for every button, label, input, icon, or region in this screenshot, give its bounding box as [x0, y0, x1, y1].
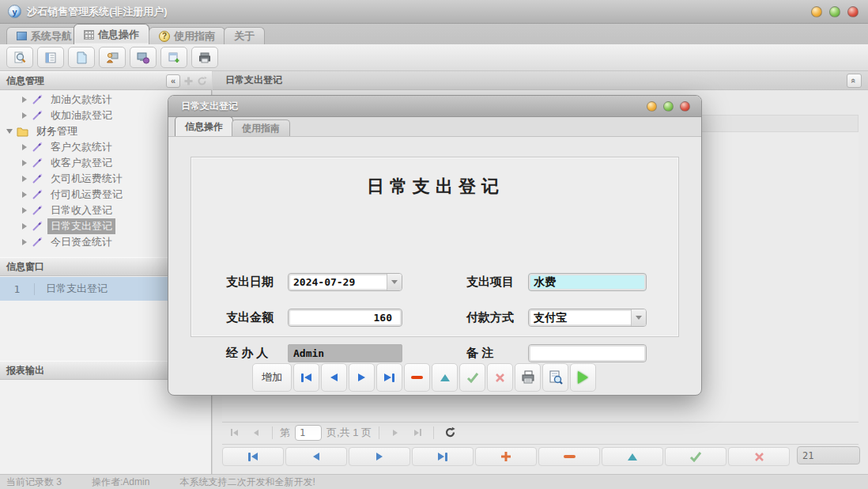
tab-system-nav[interactable]: 系统导航	[6, 27, 82, 44]
dialog-title-bar[interactable]: 日常支出登记	[168, 96, 701, 117]
panel-header-info-management[interactable]: 信息管理 «	[0, 71, 212, 90]
expand-arrow-icon[interactable]	[22, 207, 27, 214]
form-button[interactable]	[37, 47, 64, 68]
status-message: 本系统支持二次开发和全新开发!	[179, 476, 315, 489]
tab-about[interactable]: 关于	[224, 27, 265, 44]
search-button[interactable]	[6, 47, 33, 68]
confirm-button[interactable]	[459, 363, 485, 392]
dialog-tab-strip: 信息操作 使用指南	[168, 117, 701, 137]
record-next-button[interactable]	[349, 447, 410, 466]
expand-arrow-icon[interactable]	[22, 144, 27, 150]
document-tab[interactable]: 日常支出登记	[225, 74, 282, 87]
handler-label: 经 办 人	[226, 346, 288, 361]
collapse-arrow-icon[interactable]	[6, 129, 13, 134]
wand-icon	[31, 110, 43, 121]
tab-user-guide[interactable]: ? 使用指南	[149, 27, 225, 44]
wand-icon	[31, 189, 43, 200]
page-size-dropdown[interactable]	[797, 446, 860, 464]
dialog-maximize-button[interactable]	[663, 101, 674, 112]
dialog-close-button[interactable]	[680, 101, 690, 112]
last-record-button[interactable]	[376, 363, 402, 392]
edit-record-button[interactable]	[432, 363, 458, 392]
x-icon	[754, 452, 764, 462]
wand-icon	[31, 94, 43, 105]
record-delete-button[interactable]	[538, 447, 600, 466]
payment-method-label: 付款方式	[466, 310, 528, 325]
wand-icon	[31, 221, 43, 232]
record-first-button[interactable]	[222, 447, 284, 466]
record-cancel-button[interactable]	[728, 447, 790, 466]
dialog-tab-user-guide[interactable]: 使用指南	[232, 119, 290, 136]
monitor-globe-icon	[136, 51, 150, 65]
main-toolbar	[0, 44, 868, 71]
delete-record-button[interactable]	[404, 363, 430, 392]
print-button[interactable]	[515, 363, 541, 392]
page-refresh-button[interactable]	[441, 425, 459, 441]
document-icon	[74, 51, 89, 65]
add-record-button[interactable]: 增加	[252, 363, 292, 392]
expand-arrow-icon[interactable]	[22, 239, 27, 245]
tab-info-operation[interactable]: 信息操作	[74, 24, 149, 44]
check-icon	[689, 451, 702, 462]
record-count-label: 当前记录数 3	[6, 476, 62, 489]
printer-icon	[520, 370, 536, 385]
remark-field[interactable]	[528, 344, 647, 362]
page-number-input[interactable]	[295, 425, 322, 441]
page-size-value[interactable]	[798, 447, 860, 464]
dropdown-arrow-icon[interactable]	[631, 309, 646, 326]
page-prev-button[interactable]	[247, 425, 265, 441]
close-button[interactable]	[847, 6, 859, 17]
expand-arrow-icon[interactable]	[22, 160, 27, 166]
prev-record-button[interactable]	[321, 363, 347, 392]
execute-button[interactable]	[570, 363, 596, 392]
refresh-icon	[444, 426, 456, 438]
expense-amount-field[interactable]	[288, 309, 402, 327]
dropdown-arrow-icon[interactable]	[387, 274, 402, 290]
first-record-button[interactable]	[293, 363, 319, 392]
record-last-button[interactable]	[412, 447, 474, 466]
wand-icon	[31, 237, 43, 248]
dialog-window-controls	[647, 101, 690, 112]
preview-button[interactable]	[542, 363, 568, 392]
new-window-button[interactable]	[160, 47, 187, 68]
expand-arrow-icon[interactable]	[22, 112, 27, 119]
expense-item-field[interactable]	[528, 273, 647, 291]
page-first-button[interactable]	[225, 425, 243, 441]
remark-label: 备 注	[466, 346, 528, 361]
cancel-button[interactable]	[487, 363, 513, 392]
expand-arrow-icon[interactable]	[22, 191, 27, 198]
dialog-minimize-button[interactable]	[647, 101, 657, 112]
form-heading: 日常支出登记	[191, 175, 680, 199]
user-button[interactable]	[99, 47, 126, 68]
form-icon	[43, 51, 58, 65]
panel-collapse-button[interactable]: «	[847, 74, 862, 88]
folder-icon	[17, 127, 29, 137]
payment-method-dropdown[interactable]	[528, 309, 647, 327]
row-label[interactable]: 日常支出登记	[35, 282, 108, 296]
expand-arrow-icon[interactable]	[22, 97, 27, 103]
search-icon	[13, 51, 27, 65]
handler-field	[288, 344, 402, 362]
record-confirm-button[interactable]	[665, 447, 726, 466]
record-prev-button[interactable]	[285, 447, 347, 466]
record-add-button[interactable]	[475, 447, 537, 466]
minus-icon	[564, 455, 576, 458]
minimize-button[interactable]	[811, 6, 822, 17]
expand-arrow-icon[interactable]	[22, 223, 27, 229]
wand-icon	[31, 205, 43, 216]
record-edit-button[interactable]	[602, 447, 663, 466]
document-button[interactable]	[68, 47, 95, 68]
page-last-button[interactable]	[409, 425, 426, 441]
printer-icon	[198, 51, 212, 65]
sidebar-collapse-button[interactable]: «	[166, 74, 180, 88]
next-record-button[interactable]	[349, 363, 375, 392]
maximize-button[interactable]	[829, 6, 840, 17]
printer-button[interactable]	[191, 47, 218, 68]
app-logo-icon: y	[8, 5, 21, 18]
expense-date-dropdown[interactable]	[288, 273, 402, 291]
expand-arrow-icon[interactable]	[22, 176, 27, 182]
monitor-button[interactable]	[130, 47, 157, 68]
user-board-icon	[105, 51, 119, 65]
page-next-button[interactable]	[387, 425, 404, 441]
dialog-tab-info-operation[interactable]: 信息操作	[175, 116, 233, 136]
